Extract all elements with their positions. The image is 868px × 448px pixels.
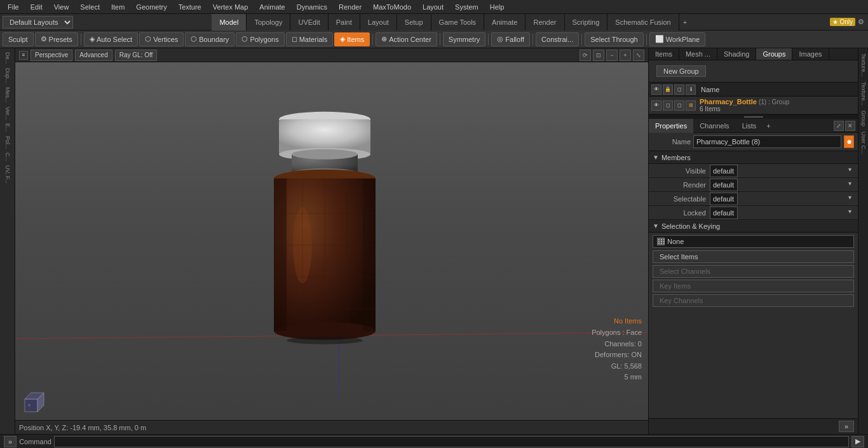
menu-select[interactable]: Select [75,2,105,12]
tab-scripting[interactable]: Scripting [565,14,608,31]
advanced-btn[interactable]: Advanced [75,50,112,61]
tab-paint[interactable]: Paint [329,14,360,31]
sidebar-label-mes[interactable]: Mes... [4,86,11,104]
falloff-btn[interactable]: ◎ Falloff [491,32,530,46]
select-channels-btn[interactable]: Select Channels [653,265,854,278]
tab-render[interactable]: Render [526,14,564,31]
group-list-item[interactable]: 👁 ◻ ◻ ⊞ Pharmacy_Bottle (1) : Group 6 It… [649,97,858,114]
menu-view[interactable]: View [49,2,74,12]
zoom-in-btn[interactable]: + [620,50,631,61]
command-run-btn[interactable]: ▶ [851,436,864,447]
constrain-btn[interactable]: Constrai... [536,32,579,46]
items-btn[interactable]: ◈ Items [334,32,370,46]
tab-model[interactable]: Model [212,14,247,31]
expand-btn[interactable]: ⤢ [834,121,844,131]
tab-items[interactable]: Items [649,48,679,60]
menu-geometry[interactable]: Geometry [131,2,172,12]
tab-topology[interactable]: Topology [247,14,290,31]
sidebar-label-ver[interactable]: Ver... [4,105,11,121]
ultra-user-c[interactable]: User C... [860,129,867,157]
tab-uvedit[interactable]: UVEdit [290,14,328,31]
add-layout-tab[interactable]: + [679,17,691,27]
tab-images[interactable]: Images [792,48,829,60]
menu-vertex-map[interactable]: Vertex Map [208,2,254,12]
sidebar-label-pol[interactable]: Pol... [4,135,11,151]
ray-gl-btn[interactable]: Ray GL: Off [115,50,158,61]
box-icon[interactable]: ◻ [674,85,684,95]
sculpt-btn[interactable]: Sculpt [3,32,34,46]
settings-icon[interactable]: ⚙ [858,18,864,26]
ultra-texture1[interactable]: Texture... [860,51,867,79]
tab-mesh[interactable]: Mesh ... [679,48,717,60]
boundary-btn[interactable]: ⬡ Boundary [185,32,234,46]
workplane-btn[interactable]: ⬜ WorkPlane [649,32,706,46]
ultra-group[interactable]: Group [860,108,867,129]
menu-texture[interactable]: Texture [173,2,207,12]
layout-dropdown[interactable]: Default Layouts [3,16,73,29]
render-select[interactable]: default [710,179,738,191]
zoom-out-btn[interactable]: − [606,50,618,61]
action-center-btn[interactable]: ⊕ Action Center [376,32,437,46]
tab-groups[interactable]: Groups [756,48,792,60]
render-icon[interactable]: ◻ [663,100,673,111]
visibility-icon[interactable]: 👁 [651,100,661,111]
sel-keying-section-header[interactable]: ▼ Selection & Keying [649,220,858,233]
group-icon[interactable]: ⊞ [686,100,696,111]
menu-render[interactable]: Render [334,2,367,12]
name-key-btn[interactable]: ⬟ [844,135,854,148]
materials-btn[interactable]: ◻ Materials [286,32,334,46]
key-items-btn[interactable]: Key Items [653,280,854,292]
add-props-tab[interactable]: + [763,121,774,131]
symmetry-btn[interactable]: Symmetry [443,32,486,46]
eye-icon[interactable]: 👁 [651,85,661,95]
tab-animate[interactable]: Animate [484,14,526,31]
locked-select[interactable]: default [710,207,738,219]
tab-shading[interactable]: Shading [717,48,756,60]
polygons-btn[interactable]: ⬡ Polygons [236,32,284,46]
panel-arrow-btn[interactable]: » [839,421,854,432]
menu-help[interactable]: Help [485,2,510,12]
none-btn[interactable]: None [653,235,854,248]
tab-game-tools[interactable]: Game Tools [431,14,485,31]
menu-animate[interactable]: Animate [254,2,290,12]
menu-edit[interactable]: Edit [25,2,48,12]
collapse-btn[interactable]: ✕ [845,121,855,131]
auto-select-btn[interactable]: ◈ Auto Select [84,32,138,46]
menu-layout[interactable]: Layout [417,2,449,12]
select-items-btn[interactable]: Select Items [653,250,854,263]
tab-layout[interactable]: Layout [360,14,397,31]
tab-properties[interactable]: Properties [649,119,693,133]
3d-scene[interactable]: Y No Items Polygons : Face Channels: 0 D… [15,62,648,434]
nav-cube[interactable]: Y [22,390,47,415]
expand-btn[interactable]: » [4,436,17,447]
info-icon[interactable]: ℹ [686,85,696,95]
select-through-btn[interactable]: Select Through [585,32,643,46]
maximize-btn[interactable]: ⤡ [633,50,644,61]
sidebar-label-c[interactable]: C... [4,151,11,163]
vertices-btn[interactable]: ⬡ Vertices [139,32,184,46]
tab-schematic-fusion[interactable]: Schematic Fusion [607,14,679,31]
tab-channels[interactable]: Channels [693,119,735,133]
menu-system[interactable]: System [450,2,484,12]
viewport-menu-btn[interactable]: ≡ [19,51,28,60]
presets-btn[interactable]: ⚙ Presets [35,32,78,46]
command-input[interactable] [54,436,849,447]
menu-file[interactable]: File [3,2,24,12]
sidebar-label-dup[interactable]: Dup... [4,67,11,85]
type-icon[interactable]: ◻ [674,100,684,111]
menu-maxtomodo[interactable]: MaxToModo [368,2,416,12]
menu-item[interactable]: Item [106,2,130,12]
members-section-header[interactable]: ▼ Members [649,151,858,164]
menu-dynamics[interactable]: Dynamics [292,2,332,12]
tab-setup[interactable]: Setup [397,14,431,31]
selectable-select[interactable]: default [710,193,738,205]
zoom-fit-btn[interactable]: ⊡ [593,50,604,61]
tab-lists[interactable]: Lists [736,119,763,133]
reset-view-btn[interactable]: ⟳ [580,50,591,61]
ultra-texture2[interactable]: Texture... [860,79,867,108]
perspective-btn[interactable]: Perspective [31,50,72,61]
name-input[interactable] [693,135,841,148]
sidebar-label-uv[interactable]: UV, F... [4,164,11,185]
lock-icon[interactable]: 🔒 [663,85,673,95]
sidebar-label-e[interactable]: E... [4,122,11,133]
